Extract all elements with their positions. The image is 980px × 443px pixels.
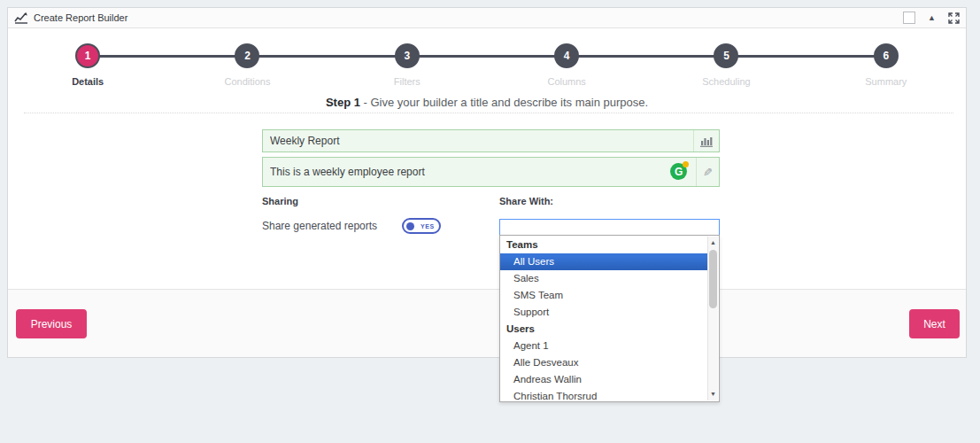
dropdown-item-sms-team[interactable]: SMS Team xyxy=(500,287,707,304)
share-generated-label: Share generated reports xyxy=(262,220,377,232)
toggle-state-label: YES xyxy=(421,223,435,229)
sharing-section: Sharing Share generated reports YES xyxy=(262,196,499,242)
report-description-field: G ✎ xyxy=(262,157,720,187)
collapse-icon[interactable]: ▲ xyxy=(928,14,936,22)
report-title-field xyxy=(262,129,720,152)
step-label-details: Details xyxy=(72,76,104,87)
step-details[interactable]: 1 Details xyxy=(8,43,167,87)
step-columns[interactable]: 4 Columns xyxy=(487,43,646,87)
dropdown-item-agent-1[interactable]: Agent 1 xyxy=(500,338,707,354)
dropdown-item-support[interactable]: Support xyxy=(500,304,707,321)
step-circle-6[interactable]: 6 xyxy=(874,43,899,68)
step-filters[interactable]: 3 Filters xyxy=(328,43,487,87)
step-circle-4[interactable]: 4 xyxy=(554,43,579,68)
dropdown-item-christian-thorsrud[interactable]: Christian Thorsrud xyxy=(500,388,707,402)
bar-chart-icon[interactable] xyxy=(693,130,719,152)
dropdown-group-users: Users xyxy=(500,321,707,338)
scroll-down-icon[interactable]: ▼ xyxy=(708,390,718,399)
step-circle-1[interactable]: 1 xyxy=(75,43,100,68)
pencil-icon[interactable]: ✎ xyxy=(696,158,719,186)
step-description-prefix: Step 1 xyxy=(326,96,360,109)
step-label-columns: Columns xyxy=(547,76,585,87)
panel-title: Create Report Builder xyxy=(34,12,127,23)
next-button[interactable]: Next xyxy=(909,309,960,338)
dropdown-item-andreas-wallin[interactable]: Andreas Wallin xyxy=(500,371,707,388)
step-circle-3[interactable]: 3 xyxy=(395,43,420,68)
step-summary[interactable]: 6 Summary xyxy=(806,43,966,87)
sharing-heading: Sharing xyxy=(262,196,499,206)
dropdown-item-all-users[interactable]: All Users xyxy=(500,253,707,270)
line-chart-icon xyxy=(14,12,28,24)
dropdown-group-teams: Teams xyxy=(500,237,707,253)
panel-header: Create Report Builder ▲ xyxy=(8,8,966,28)
report-description-input[interactable] xyxy=(263,158,664,186)
previous-button[interactable]: Previous xyxy=(16,309,87,338)
expand-icon[interactable] xyxy=(948,12,960,24)
stepper: 1 Details 2 Conditions 3 Filters 4 Colum… xyxy=(8,43,966,93)
dropdown-scrollbar[interactable]: ▲ ▼ xyxy=(707,237,718,400)
panel-footer: Previous Next xyxy=(8,289,966,357)
header-checkbox[interactable] xyxy=(903,12,915,24)
dropdown-item-sales[interactable]: Sales xyxy=(500,270,707,287)
report-builder-panel: Create Report Builder ▲ 1 Details 2 xyxy=(7,7,967,358)
toggle-dot xyxy=(406,222,414,230)
scrollbar-thumb[interactable] xyxy=(709,250,717,308)
step-label-scheduling: Scheduling xyxy=(702,76,750,87)
step-description-text: - Give your builder a title and describe… xyxy=(360,96,648,109)
dotted-divider xyxy=(24,113,953,113)
share-with-dropdown: Teams All Users Sales SMS Team Support U… xyxy=(499,235,720,402)
scroll-up-icon[interactable]: ▲ xyxy=(708,238,718,247)
share-with-label: Share With: xyxy=(499,196,720,206)
step-label-summary: Summary xyxy=(865,76,907,87)
dropdown-item-alle-desveaux[interactable]: Alle Desveaux xyxy=(500,354,707,371)
step-scheduling[interactable]: 5 Scheduling xyxy=(646,43,806,87)
step-label-filters: Filters xyxy=(394,76,421,87)
step-circle-5[interactable]: 5 xyxy=(714,43,738,68)
form-area: G ✎ Sharing Share generated reports YES … xyxy=(262,129,720,242)
report-title-input[interactable] xyxy=(263,130,693,152)
step-description: Step 1 - Give your builder a title and d… xyxy=(8,96,966,109)
step-conditions[interactable]: 2 Conditions xyxy=(167,43,327,87)
share-with-section: Share With: Teams All Users Sales SMS Te… xyxy=(499,196,720,242)
grammarly-dot xyxy=(683,161,689,167)
grammarly-icon[interactable]: G xyxy=(664,158,696,186)
step-circle-2[interactable]: 2 xyxy=(235,43,259,68)
step-label-conditions: Conditions xyxy=(225,76,271,87)
share-toggle[interactable]: YES xyxy=(402,218,441,234)
